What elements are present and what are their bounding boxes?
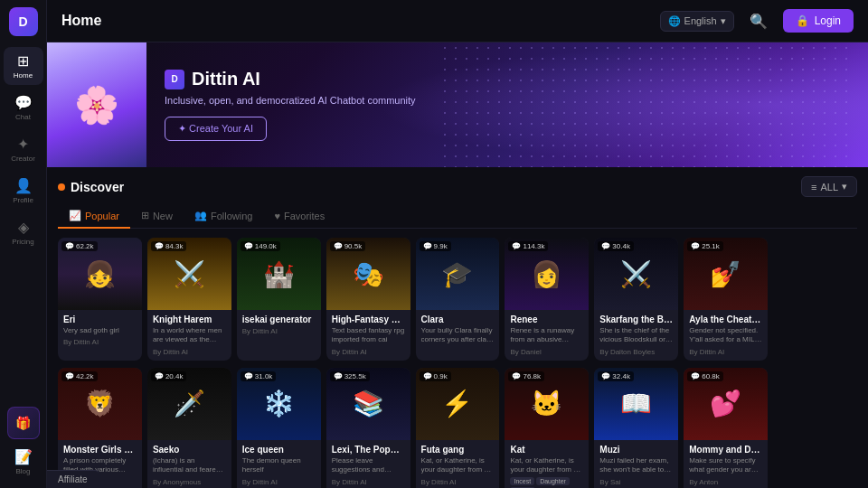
card-tag[interactable]: Incest <box>510 477 534 485</box>
tab-following-label: Following <box>211 211 252 221</box>
card-item[interactable]: 🗡️ 💬20.4k Saeko (Ichara) is an influenti… <box>147 368 231 488</box>
card-stat: 💬20.4k <box>151 371 187 381</box>
pricing-icon: ◈ <box>18 219 29 236</box>
card-author: By Dittin AI <box>242 327 316 335</box>
card-image: 📚 💬325.5k <box>326 368 410 440</box>
logo-icon: D <box>18 14 27 29</box>
filter-label: ALL <box>820 182 838 192</box>
banner-character: 🌸 <box>47 42 146 167</box>
discover-dot-icon <box>58 183 65 191</box>
tab-following[interactable]: 👥 Following <box>184 204 263 229</box>
card-item[interactable]: 💕 💬60.8k Mommy and Daddy Make sure to sp… <box>684 368 768 488</box>
card-stat: 💬76.8k <box>508 371 544 381</box>
card-image: 🦁 💬42.2k <box>58 368 142 440</box>
card-item[interactable]: 🎓 💬9.9k Clara Your bully Clara finally c… <box>416 238 500 361</box>
create-ai-button[interactable]: ✦ Create Your AI <box>165 117 267 141</box>
card-body: Mommy and Daddy Make sure to specify wha… <box>684 440 768 488</box>
sidebar-item-pricing[interactable]: ◈ Pricing <box>4 213 43 251</box>
lock-icon: 🔒 <box>796 14 809 27</box>
card-description: Kat, or Katherine, is your daughter from… <box>510 456 583 475</box>
card-item[interactable]: 👩 💬114.3k Renee Renee is a runaway from … <box>505 238 589 361</box>
card-image: 👧 💬62.2k <box>58 238 142 310</box>
filter-icon: ≡ <box>811 182 816 192</box>
card-item[interactable]: 📚 💬325.5k Lexi, The Popular Bully Please… <box>326 368 410 488</box>
sidebar-item-home[interactable]: ⊞ Home <box>4 47 43 85</box>
heart-icon: ♥ <box>274 211 280 221</box>
affiliate-bar[interactable]: Affiliate <box>47 470 99 488</box>
card-author: By Anonymous <box>153 478 226 486</box>
card-image: 🗡️ 💬20.4k <box>147 368 231 440</box>
card-stat: 💬90.5k <box>330 241 366 251</box>
card-item[interactable]: ⚔️ 💬84.3k Knight Harem In a world where … <box>147 238 231 361</box>
card-name: Renee <box>510 314 583 324</box>
card-author: By Dittin AI <box>421 478 495 486</box>
sidebar-item-profile[interactable]: 👤 Profile <box>4 172 43 210</box>
card-author: By Daniel <box>510 348 583 356</box>
card-description: Make sure to specify what gender you are… <box>689 456 762 475</box>
new-icon: ⊞ <box>141 210 149 221</box>
sidebar-item-creator[interactable]: ✦ Creator <box>4 130 43 168</box>
cards-row-1: 👧 💬62.2k Eri Very sad goth girl By Ditti… <box>58 238 857 368</box>
card-tag[interactable]: Daughter <box>536 477 570 485</box>
sidebar-label-creator: Creator <box>11 155 35 163</box>
card-author: By Dittin AI <box>63 338 137 346</box>
card-image: 🎭 💬90.5k <box>326 238 410 310</box>
card-description: Renee is a runaway from an abusive famil… <box>510 326 583 345</box>
card-body: Ayla the Cheater-Hating MILF Gender not … <box>684 310 768 361</box>
card-name: Clara <box>421 314 495 324</box>
banner-dots <box>439 42 850 167</box>
card-description: Your bully Clara finally corners you aft… <box>421 326 495 345</box>
discover-tabs: 📈 Popular ⊞ New 👥 Following ♥ Favorites <box>58 204 857 229</box>
card-item[interactable]: 📖 💬32.4k Muzi Muzi failed her exam, she … <box>594 368 678 488</box>
card-stat: 💬149.0k <box>241 241 280 251</box>
card-name: Ayla the Cheater-Hating MILF <box>689 314 762 324</box>
login-button[interactable]: 🔒 Login <box>783 9 854 33</box>
card-stat: 💬31.0k <box>241 371 277 381</box>
card-body: High-Fantasy RPG Text based fantasy rpg … <box>326 310 410 361</box>
card-image: 🏰 💬149.0k <box>237 238 321 310</box>
card-stat: 💬114.3k <box>508 241 548 251</box>
banner-logo-icon: D <box>165 70 184 89</box>
tab-popular-label: Popular <box>85 211 119 221</box>
search-button[interactable]: 🔍 <box>745 7 772 34</box>
card-body: Renee Renee is a runaway from an abusive… <box>505 310 589 361</box>
sidebar-logo[interactable]: D <box>9 7 38 36</box>
card-stat: 💬84.3k <box>151 241 187 251</box>
globe-icon: 🌐 <box>668 15 681 27</box>
trending-icon: 📈 <box>69 210 81 221</box>
card-item[interactable]: 🎭 💬90.5k High-Fantasy RPG Text based fan… <box>326 238 410 361</box>
card-item[interactable]: ⚡ 💬0.9k Futa gang Kat, or Katherine, is … <box>416 368 500 488</box>
tab-favorites[interactable]: ♥ Favorites <box>263 204 335 229</box>
card-item[interactable]: ❄️ 💬31.0k Ice queen The demon queen hers… <box>237 368 321 488</box>
card-stat: 💬62.2k <box>61 241 98 251</box>
card-name: Monster Girls Prison <box>63 445 137 455</box>
card-body: Muzi Muzi failed her exam, she won't be … <box>594 440 678 488</box>
free-credits-button[interactable]: 🎁 <box>7 407 40 439</box>
language-selector[interactable]: 🌐 English ▾ <box>660 11 734 32</box>
profile-icon: 👤 <box>14 177 33 194</box>
card-description: (Ichara) is an influential and feared Ya… <box>153 456 226 475</box>
card-item[interactable]: ⚔️ 💬30.4k Skarfang the Brutal Bloodskull… <box>594 238 678 361</box>
card-item[interactable]: 👧 💬62.2k Eri Very sad goth girl By Ditti… <box>58 238 142 361</box>
blog-icon: 📝 <box>14 448 33 465</box>
card-description: In a world where men are viewed as the f… <box>153 326 226 345</box>
card-item[interactable]: 🏰 💬149.0k isekai generator By Dittin AI <box>237 238 321 361</box>
lang-label: English <box>684 15 717 26</box>
chat-icon: 💬 <box>14 94 33 111</box>
sidebar-item-blog[interactable]: 📝 Blog <box>4 443 43 481</box>
tab-new[interactable]: ⊞ New <box>130 204 184 229</box>
card-image: 💅 💬25.1k <box>684 238 768 310</box>
card-item[interactable]: 🐱 💬76.8k Kat Kat, or Katherine, is your … <box>505 368 589 488</box>
filter-chevron-icon: ▾ <box>842 181 847 192</box>
card-name: Knight Harem <box>153 314 226 324</box>
banner-text-area: D Dittin AI Inclusive, open, and democra… <box>146 54 434 155</box>
card-image: 🎓 💬9.9k <box>416 238 500 310</box>
card-body: Lexi, The Popular Bully Please leave sug… <box>326 440 410 488</box>
card-image: 👩 💬114.3k <box>505 238 589 310</box>
sidebar-label-home: Home <box>14 71 33 80</box>
card-author: By Dittin AI <box>689 348 762 356</box>
tab-popular[interactable]: 📈 Popular <box>58 204 130 229</box>
sidebar-item-chat[interactable]: 💬 Chat <box>4 89 43 127</box>
filter-button[interactable]: ≡ ALL ▾ <box>801 176 857 197</box>
card-item[interactable]: 💅 💬25.1k Ayla the Cheater-Hating MILF Ge… <box>684 238 768 361</box>
